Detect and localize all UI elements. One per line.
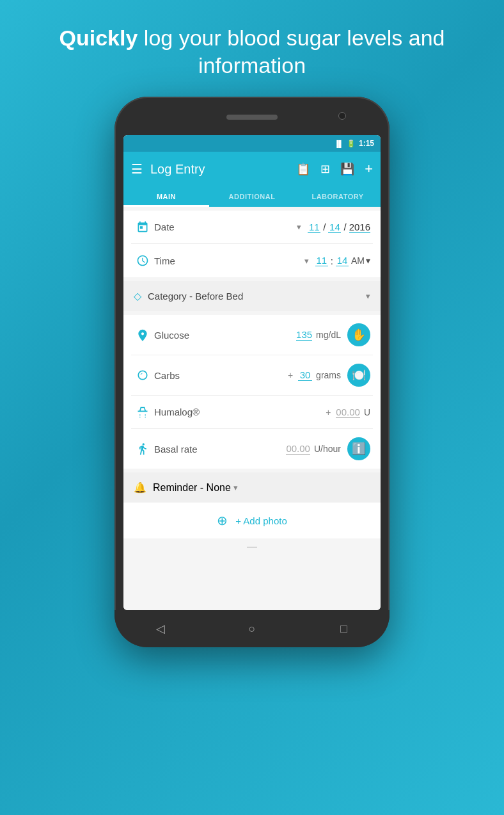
- humalog-input[interactable]: 00.00: [336, 407, 360, 418]
- tab-main[interactable]: MAIN: [123, 186, 209, 207]
- status-time: 1:15: [359, 139, 374, 148]
- carbs-input[interactable]: 30: [298, 369, 312, 381]
- grid-icon[interactable]: ⊞: [320, 162, 330, 176]
- carbs-action-button[interactable]: 🍽️: [347, 364, 370, 387]
- signal-icon: ▐▌: [335, 140, 343, 147]
- scroll-indicator: —: [123, 538, 381, 555]
- category-dropdown-arrow[interactable]: ▾: [366, 291, 370, 301]
- glucose-icon: [134, 328, 152, 341]
- humalog-plus[interactable]: +: [326, 407, 331, 417]
- glucose-unit: mg/dL: [316, 330, 341, 340]
- recents-button[interactable]: □: [332, 617, 355, 640]
- humalog-icon: [134, 406, 152, 419]
- basal-rate-row[interactable]: Basal rate 00.00 U/hour ℹ️: [131, 429, 373, 469]
- tabs: MAIN ADDITIONAL LABORATORY: [123, 186, 381, 207]
- basal-rate-label: Basal rate: [152, 444, 286, 455]
- add-photo-label: + Add photo: [235, 515, 287, 526]
- category-row[interactable]: ◇ Category - Before Bed ▾: [123, 281, 381, 311]
- add-photo-plus-icon: ⊕: [217, 513, 228, 528]
- time-ampm[interactable]: AM ▾: [351, 255, 370, 266]
- save-icon[interactable]: 💾: [340, 162, 354, 176]
- reminder-label: Reminder - None: [153, 482, 231, 494]
- tab-additional[interactable]: ADDITIONAL: [209, 186, 295, 207]
- time-value: 11 : 14 AM ▾: [315, 255, 370, 266]
- status-bar: ▐▌ 🔋 1:15: [123, 135, 381, 152]
- toolbar-icons: 📋 ⊞ 💾 +: [296, 161, 373, 177]
- content-area: Date ▾ 11 / 14 / 2016 Time: [123, 207, 381, 610]
- clipboard-icon[interactable]: 📋: [296, 162, 310, 176]
- date-value: 11 / 14 / 2016: [308, 222, 370, 233]
- phone-camera: [338, 112, 346, 120]
- category-label: Category - Before Bed: [148, 291, 363, 302]
- tab-laboratory[interactable]: LABORATORY: [295, 186, 381, 207]
- carbs-row[interactable]: Carbs + 30 grams 🍽️: [131, 355, 373, 396]
- carbs-plus[interactable]: +: [288, 370, 293, 380]
- app-bar: ☰ Log Entry 📋 ⊞ 💾 +: [123, 152, 381, 186]
- add-icon[interactable]: +: [365, 161, 373, 177]
- back-button[interactable]: ◁: [149, 617, 172, 640]
- glucose-value: 135 mg/dL: [296, 329, 341, 341]
- basal-rate-input[interactable]: 00.00: [286, 443, 310, 455]
- glucose-action-button[interactable]: ✋: [347, 323, 370, 346]
- headline-text: log your blood sugar levels and informat…: [138, 26, 445, 77]
- time-label: Time: [152, 255, 302, 266]
- time-minute[interactable]: 14: [336, 255, 349, 266]
- basal-icon: [134, 442, 152, 455]
- glucose-row[interactable]: Glucose 135 mg/dL ✋: [131, 315, 373, 355]
- reminder-icon: 🔔: [134, 481, 146, 494]
- time-dropdown-arrow[interactable]: ▾: [304, 256, 309, 266]
- reminder-row[interactable]: 🔔 Reminder - None ▾: [123, 472, 381, 503]
- date-dropdown-arrow[interactable]: ▾: [297, 222, 301, 232]
- metrics-section: Glucose 135 mg/dL ✋ Carbs +: [123, 315, 381, 469]
- basal-rate-value: 00.00 U/hour: [286, 443, 341, 455]
- carbs-icon: [134, 369, 152, 382]
- time-hour[interactable]: 11: [315, 255, 328, 266]
- clock-icon: [134, 254, 152, 267]
- humalog-row[interactable]: Humalog® + 00.00 U: [131, 396, 373, 429]
- basal-action-button[interactable]: ℹ️: [347, 437, 370, 460]
- date-month[interactable]: 11: [308, 222, 320, 233]
- headline: Quickly log your blood sugar levels and …: [0, 24, 504, 79]
- date-day[interactable]: 14: [328, 222, 341, 233]
- menu-icon[interactable]: ☰: [131, 161, 143, 177]
- category-icon: ◇: [134, 290, 141, 302]
- carbs-label: Carbs: [152, 370, 283, 381]
- humalog-unit: U: [364, 407, 370, 417]
- time-row[interactable]: Time ▾ 11 : 14 AM ▾: [131, 244, 373, 277]
- battery-icon: 🔋: [347, 140, 356, 148]
- date-time-section: Date ▾ 11 / 14 / 2016 Time: [123, 211, 381, 277]
- date-label: Date: [152, 222, 294, 232]
- phone-shell: ▐▌ 🔋 1:15 ☰ Log Entry 📋 ⊞ 💾 + MAIN ADDIT…: [114, 97, 390, 647]
- date-row[interactable]: Date ▾ 11 / 14 / 2016: [131, 211, 373, 244]
- glucose-label: Glucose: [152, 330, 296, 341]
- humalog-label: Humalog®: [152, 407, 320, 417]
- home-button[interactable]: ○: [240, 617, 264, 640]
- phone-screen: ▐▌ 🔋 1:15 ☰ Log Entry 📋 ⊞ 💾 + MAIN ADDIT…: [123, 135, 381, 610]
- basal-rate-unit: U/hour: [314, 444, 341, 454]
- carbs-value: 30 grams: [298, 369, 341, 381]
- glucose-input[interactable]: 135: [296, 329, 312, 341]
- reminder-dropdown-arrow[interactable]: ▾: [233, 483, 238, 492]
- calendar-icon: [134, 221, 152, 234]
- date-year[interactable]: 2016: [349, 222, 370, 233]
- app-title: Log Entry: [150, 162, 288, 177]
- headline-bold: Quickly: [59, 26, 138, 50]
- phone-speaker: [226, 115, 278, 120]
- humalog-value: 00.00 U: [336, 407, 370, 418]
- add-photo-row[interactable]: ⊕ + Add photo: [123, 503, 381, 538]
- carbs-unit: grams: [316, 370, 341, 380]
- navigation-bar: ◁ ○ □: [114, 610, 390, 647]
